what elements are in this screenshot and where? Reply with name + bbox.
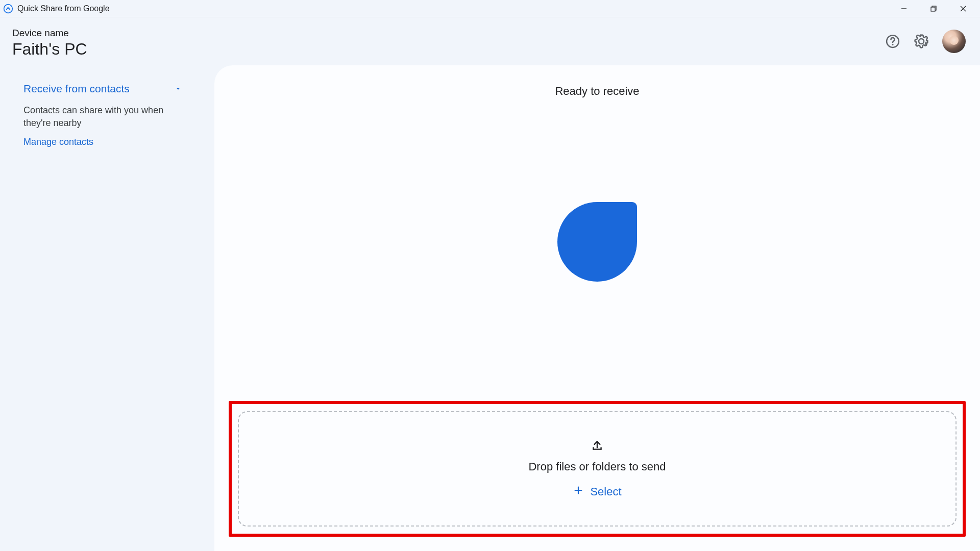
chevron-down-icon (175, 83, 182, 95)
quickshare-blob-icon (557, 202, 637, 282)
app-body: Receive from contacts Contacts can share… (0, 65, 980, 551)
plus-icon (573, 485, 584, 499)
manage-contacts-link[interactable]: Manage contacts (23, 137, 182, 147)
app-icon (3, 4, 13, 14)
receive-mode-dropdown[interactable]: Receive from contacts (23, 81, 182, 97)
profile-avatar[interactable] (942, 30, 966, 53)
file-drop-zone[interactable]: Drop files or folders to send Select (238, 411, 957, 527)
receive-mode-description: Contacts can share with you when they're… (23, 104, 182, 130)
drop-zone-text: Drop files or folders to send (528, 460, 666, 473)
select-files-button[interactable]: Select (573, 485, 621, 499)
settings-button[interactable] (914, 34, 929, 49)
device-name-label: Device name (12, 28, 885, 39)
close-button[interactable] (948, 0, 978, 17)
header-actions (885, 30, 966, 53)
help-button[interactable] (885, 34, 900, 49)
app-header: Device name Faith's PC (0, 17, 980, 65)
window-title: Quick Share from Google (17, 4, 889, 13)
maximize-button[interactable] (919, 0, 948, 17)
main-panel: Ready to receive Drop files or folders t… (214, 65, 980, 551)
upload-icon (591, 439, 604, 454)
window-controls (889, 0, 978, 17)
title-bar: Quick Share from Google (0, 0, 980, 17)
status-graphic-container (229, 83, 966, 401)
minimize-button[interactable] (889, 0, 919, 17)
help-icon (885, 34, 900, 49)
svg-point-7 (892, 44, 894, 45)
sidebar: Receive from contacts Contacts can share… (0, 65, 214, 551)
select-label: Select (590, 485, 621, 498)
device-block: Device name Faith's PC (12, 24, 885, 59)
drop-zone-highlight: Drop files or folders to send Select (229, 401, 966, 537)
gear-icon (914, 34, 929, 49)
receive-mode-label: Receive from contacts (23, 83, 130, 95)
device-name-value: Faith's PC (12, 40, 885, 59)
svg-rect-3 (931, 7, 935, 11)
